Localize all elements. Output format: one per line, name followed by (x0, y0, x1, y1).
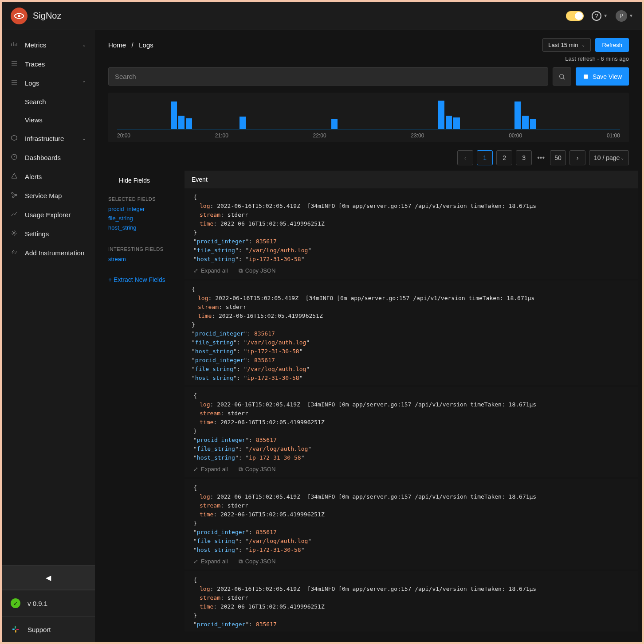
log-event[interactable]: {log: 2022-06-16T15:02:05.419Z [34mINFO … (185, 188, 638, 279)
map-icon (11, 191, 19, 200)
chevron-up-icon: ⌃ (82, 80, 86, 86)
copy-json-button[interactable]: ⧉ Copy JSON (239, 465, 276, 474)
last-refresh-text: Last refresh - 6 mins ago (95, 55, 642, 67)
expand-all-button[interactable]: ⤢ Expand all (193, 266, 228, 275)
sidebar-item-traces[interactable]: Traces (2, 55, 95, 74)
log-event[interactable]: {log: 2022-06-16T15:02:05.419Z [34mINFO … (185, 479, 638, 570)
extract-fields-button[interactable]: + Extract New Fields (108, 264, 185, 283)
histogram-bar[interactable] (178, 116, 185, 129)
theme-toggle[interactable] (566, 11, 584, 21)
sidebar-item-settings[interactable]: Settings (2, 224, 95, 243)
chart-tick-label: 22:00 (313, 133, 326, 139)
breadcrumb-home[interactable]: Home (108, 41, 126, 49)
sidebar-item-label: Metrics (25, 41, 82, 49)
support-item[interactable]: Support (2, 616, 95, 642)
time-range-label: Last 15 min (548, 42, 578, 48)
sidebar-item-metrics[interactable]: Metrics⌄ (2, 35, 95, 55)
sidebar-item-add-instrumentation[interactable]: Add Instrumentation (2, 243, 95, 262)
alert-icon (11, 172, 19, 181)
svg-rect-16 (15, 630, 16, 633)
histogram-bar[interactable] (530, 119, 536, 129)
chevron-down-icon: ⌄ (620, 156, 624, 160)
collapse-sidebar-button[interactable]: ◀ (2, 565, 95, 590)
chevron-down-icon: ⌄ (82, 136, 86, 141)
field-file_string[interactable]: file_string (108, 214, 185, 223)
log-event[interactable]: {log: 2022-06-16T15:02:05.419Z [34mINFO … (185, 571, 638, 632)
chevron-down-icon: ▼ (629, 13, 633, 18)
menu-icon (11, 60, 19, 68)
histogram-bar[interactable] (514, 101, 521, 129)
save-view-button[interactable]: Save View (576, 67, 629, 86)
search-input[interactable] (108, 67, 548, 86)
brand-name: SigNoz (33, 11, 61, 21)
histogram-bar[interactable] (331, 119, 338, 129)
help-menu[interactable]: ? ▼ (592, 11, 608, 21)
events-header: Event (185, 171, 638, 188)
chart-tick-label: 23:00 (411, 133, 424, 139)
page-last-button[interactable]: 50 (550, 150, 566, 165)
sidebar-item-alerts[interactable]: Alerts (2, 167, 95, 186)
page-next-button[interactable]: › (569, 150, 585, 165)
histogram-bar[interactable] (171, 101, 177, 129)
svg-point-12 (13, 232, 15, 234)
support-label: Support (27, 626, 51, 633)
page-size-select[interactable]: 10 / page ⌄ (589, 150, 629, 165)
histogram-bar[interactable] (453, 117, 459, 129)
page-button-1[interactable]: 1 (477, 150, 493, 165)
time-range-select[interactable]: Last 15 min ⌄ (542, 38, 591, 52)
sidebar-item-label: Traces (25, 60, 86, 68)
brand-logo[interactable] (11, 8, 27, 24)
field-host_string[interactable]: host_string (108, 223, 185, 232)
field-stream[interactable]: stream (108, 254, 185, 264)
sidebar-item-service-map[interactable]: Service Map (2, 186, 95, 205)
histogram-bar[interactable] (438, 101, 444, 129)
sidebar-sub-views[interactable]: Views (2, 111, 95, 129)
sidebar-item-infrastructure[interactable]: Infrastructure⌄ (2, 129, 95, 148)
copy-json-button[interactable]: ⧉ Copy JSON (239, 266, 276, 275)
histogram-bar[interactable] (240, 117, 246, 129)
gear-icon (11, 230, 19, 238)
refresh-button[interactable]: Refresh (595, 38, 629, 52)
chart-tick-label: 21:00 (215, 133, 228, 139)
chart-tick-label: 01:00 (607, 133, 620, 139)
sidebar-item-label: Alerts (25, 173, 86, 180)
copy-icon: ⧉ (239, 557, 243, 566)
chevron-down-icon: ⌄ (581, 43, 585, 47)
log-event[interactable]: {log: 2022-06-16T15:02:05.419Z [34mINFO … (185, 281, 638, 385)
histogram-bar[interactable] (186, 118, 192, 129)
histogram-bar[interactable] (446, 116, 452, 129)
link-icon (11, 249, 19, 257)
search-button[interactable] (553, 67, 571, 86)
page-button-2[interactable]: 2 (496, 150, 512, 165)
chart-tick-label: 00:00 (509, 133, 522, 139)
version-label: v 0.9.1 (27, 600, 47, 607)
check-icon: ✓ (11, 598, 20, 608)
svg-point-1 (18, 15, 20, 17)
page-prev-button[interactable]: ‹ (457, 150, 473, 165)
chevron-down-icon: ⌄ (82, 42, 86, 48)
cube-icon (11, 134, 19, 143)
sidebar-item-usage-explorer[interactable]: Usage Explorer (2, 205, 95, 224)
expand-all-button[interactable]: ⤢ Expand all (193, 465, 228, 474)
log-event[interactable]: {log: 2022-06-16T15:02:05.419Z [34mINFO … (185, 387, 638, 477)
version-item[interactable]: ✓ v 0.9.1 (2, 590, 95, 616)
chevron-down-icon: ▼ (603, 13, 608, 18)
selected-fields-header: SELECTED FIELDS (108, 192, 185, 204)
copy-json-button[interactable]: ⧉ Copy JSON (239, 557, 276, 566)
chart-tick-label: 20:00 (117, 133, 130, 139)
sidebar-sub-search[interactable]: Search (2, 93, 95, 111)
menu-icon (11, 79, 19, 87)
bars-icon (11, 41, 19, 49)
user-menu[interactable]: P ▼ (616, 10, 633, 22)
sidebar-item-dashboards[interactable]: Dashboards (2, 148, 95, 167)
hide-fields-button[interactable]: Hide Fields (108, 171, 185, 192)
log-histogram: 20:0021:0022:0023:0000:0001:00 (108, 93, 629, 142)
expand-all-button[interactable]: ⤢ Expand all (193, 557, 228, 566)
slack-icon (11, 624, 20, 634)
page-button-3[interactable]: 3 (516, 150, 532, 165)
sidebar-item-logs[interactable]: Logs⌃ (2, 74, 95, 93)
histogram-bar[interactable] (522, 116, 528, 129)
svg-rect-13 (12, 628, 15, 630)
chevron-left-icon: ◀ (46, 574, 51, 582)
field-procid_integer[interactable]: procid_integer (108, 204, 185, 214)
